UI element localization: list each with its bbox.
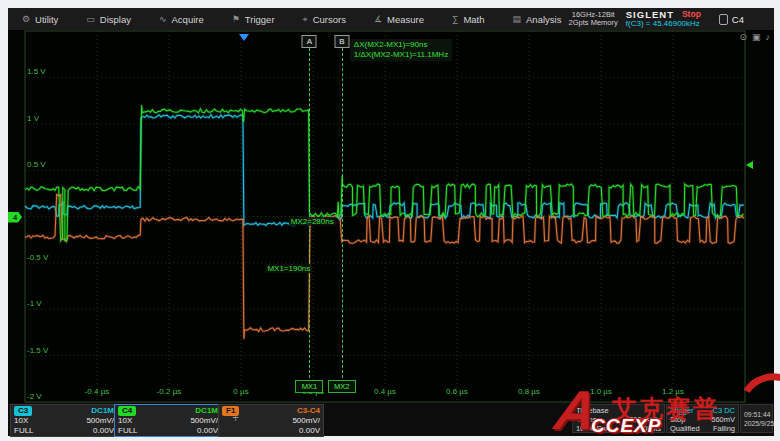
channel-field: 0.00V (93, 426, 114, 436)
cursor-mx1-line[interactable] (309, 38, 310, 388)
menu-item-label: Display (100, 14, 131, 25)
active-channel-label: C4 (732, 14, 744, 25)
brand-logo: SIGLENT (626, 10, 674, 19)
cursor-mx2-line[interactable] (342, 38, 343, 388)
channel-field: FULL (118, 426, 138, 436)
acquisition-state-badge[interactable]: Stop (682, 10, 701, 19)
time-tick-label: 1.2 µs (662, 387, 684, 396)
menu-item-measure[interactable]: ∡Measure (360, 8, 438, 30)
trigger-level: 560mV (711, 415, 735, 424)
display-corner-icons: ⊙▣♪ (739, 32, 770, 42)
mx1-cursor-tag[interactable]: MX1 (295, 380, 323, 393)
zoom-icon[interactable]: ⊙ (739, 32, 747, 42)
acquire-wave-icon: ∿ (159, 15, 167, 24)
memory-label: 2Gpts Memory (569, 19, 618, 28)
trigger-slope: Falling (713, 424, 735, 433)
channel-coupling: DC1M (91, 406, 114, 416)
channel-box-c4[interactable]: C4DC1M10X500mV/FULL0.00V (114, 404, 222, 437)
timebase-points: 20kpts (639, 424, 661, 433)
channel-box-c3[interactable]: C3DC1M10X500mV/FULL0.00V (10, 404, 118, 437)
voltage-tick-label: -1 V (27, 299, 42, 308)
menu-items: ⚙Utility▭Display∿Acquire⚑Trigger⌖Cursors… (8, 8, 575, 30)
waveform-display[interactable]: 1.5 V1 V0.5 V-0.5 V-1 V-1.5 V-2 V -0.4 µ… (8, 30, 774, 403)
channel-coupling: DC1M (195, 406, 218, 416)
capture-icon[interactable]: ▣ (752, 32, 761, 42)
time-tick-label: 0.8 µs (518, 387, 540, 396)
channel-field: 0.00V (299, 426, 320, 436)
menu-bar: ⚙Utility▭Display∿Acquire⚑Trigger⌖Cursors… (8, 8, 774, 31)
gear-icon: ⚙ (22, 15, 30, 24)
time-tick-label: 0.4 µs (374, 387, 396, 396)
measure-icon: ∡ (374, 15, 382, 24)
menu-item-display[interactable]: ▭Display (72, 8, 145, 30)
menu-item-acquire[interactable]: ∿Acquire (145, 8, 218, 30)
trigger-flag-icon: ⚑ (232, 15, 240, 24)
trigger-title: Trigger (670, 406, 693, 415)
clock-panel: 09:51:44 2025/9/25 (740, 404, 773, 433)
cursor-measurement-readout: ΔX(MX2-MX1)=90ns 1/ΔX(MX2-MX1)=11.1MHz (350, 39, 452, 61)
menu-item-label: Trigger (245, 14, 275, 25)
probe-icon (719, 14, 728, 25)
analysis-icon: ▤ (513, 15, 522, 24)
waveform-plot (8, 30, 774, 403)
menu-item-label: Analysis (526, 14, 561, 25)
channel-field: 500mV/ (190, 416, 218, 426)
menu-item-label: Utility (35, 14, 58, 25)
cursor-inverse-delta-x: 1/ΔX(MX2-MX1)=11.1MHz (354, 50, 448, 60)
voltage-tick-label: 1.5 V (27, 67, 46, 76)
channel-field: 500mV/ (86, 416, 114, 426)
time-tick-label: 0 µs (233, 387, 248, 396)
voltage-tick-label: -1.5 V (27, 346, 48, 355)
mx2-cursor-tag[interactable]: MX2 (328, 380, 356, 393)
clock-time: 09:51:44 (744, 410, 769, 419)
voltage-tick-label: -2 V (27, 392, 42, 401)
channel-field: 500mV/ (292, 416, 320, 426)
mx2-value-label: MX2=280ns (289, 217, 336, 226)
menu-item-utility[interactable]: ⚙Utility (8, 8, 72, 30)
time-tick-label: 1.0 µs (590, 387, 612, 396)
time-tick-label: -0.4 µs (85, 387, 110, 396)
add-channel-icon[interactable]: + (232, 411, 239, 425)
channel-chip-c3: C3 (14, 406, 32, 416)
channel-field: 10X (118, 416, 132, 426)
menu-item-label: Cursors (313, 14, 346, 25)
trigger-state: Stop (670, 415, 685, 424)
menu-item-cursors[interactable]: ⌖Cursors (289, 8, 360, 30)
menu-item-label: Measure (387, 14, 424, 25)
cursors-crosshair-icon: ⌖ (303, 15, 308, 24)
trigger-level-marker[interactable] (746, 161, 753, 169)
trigger-source: C3 DC (712, 406, 735, 415)
display-icon: ▭ (86, 15, 95, 24)
timebase-title: Timebase (576, 406, 609, 415)
time-tick-label: -0.2 µs (157, 387, 182, 396)
beeper-icon[interactable]: ♪ (766, 32, 771, 42)
clock-date: 2025/9/25 (744, 419, 769, 428)
channel-field: FULL (14, 426, 34, 436)
frequency-counter: f(C3) = 45.46900kHz (626, 19, 701, 28)
status-group: 16GHz-12Bit 2Gpts Memory SIGLENT Stop f(… (569, 8, 770, 30)
trigger-type: Qualified (670, 424, 700, 433)
timebase-panel[interactable]: Timebase 400ns 200ns/div 10.0GSa/s 20kpt… (572, 404, 665, 433)
timebase-scale: 200ns/div (629, 415, 661, 424)
menu-item-analysis[interactable]: ▤Analysis (499, 8, 576, 30)
channel-field: 10X (14, 416, 28, 426)
menu-item-label: Acquire (172, 14, 204, 25)
channel-chip-c4: C4 (118, 406, 136, 416)
mx1-value-label: MX1=190ns (265, 264, 312, 273)
trigger-position-marker[interactable] (239, 34, 249, 41)
voltage-tick-label: 0.5 V (27, 160, 46, 169)
timebase-delay: 400ns (576, 415, 596, 424)
trigger-panel[interactable]: Trigger C3 DC Stop 560mV Qualified Falli… (666, 404, 739, 433)
voltage-tick-label: 1 V (27, 114, 39, 123)
menu-item-math[interactable]: ∑Math (438, 8, 499, 30)
bottom-status-bar: C3DC1M10X500mV/FULL0.00VC4DC1M10X500mV/F… (8, 403, 774, 436)
cursor-a-handle[interactable]: A (302, 35, 317, 48)
menu-item-trigger[interactable]: ⚑Trigger (218, 8, 289, 30)
active-channel-selector[interactable]: C4 (719, 14, 744, 25)
scope-specs: 16GHz-12Bit 2Gpts Memory (569, 11, 618, 28)
channel-field: 0.00V (197, 426, 218, 436)
cursor-delta-x: ΔX(MX2-MX1)=90ns (354, 40, 448, 50)
oscilloscope-screen: ⚙Utility▭Display∿Acquire⚑Trigger⌖Cursors… (0, 0, 780, 441)
voltage-tick-label: -0.5 V (27, 253, 48, 262)
cursor-b-handle[interactable]: B (334, 35, 349, 48)
